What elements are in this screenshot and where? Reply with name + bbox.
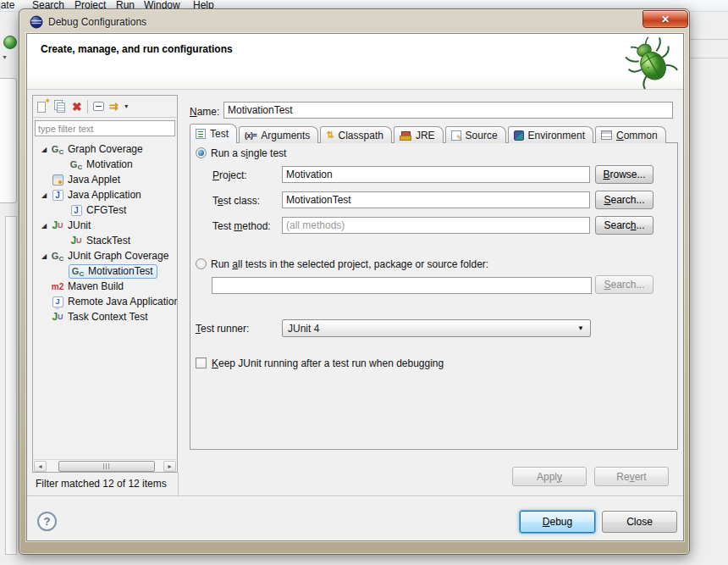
close-button[interactable]: Close [602,511,677,533]
filter-status-text: Filter matched 12 of 12 items [36,478,167,490]
filter-configurations-icon[interactable]: ⇉ [109,99,119,114]
name-input[interactable] [223,102,673,119]
dialog-titlebar[interactable]: Debug Configurations ✕ [19,9,689,35]
configuration-tree: ◢ GC Graph Coverage ◢ GC Motivation ◢ Ja… [33,138,177,459]
search-method-button[interactable]: Search... [595,216,654,235]
menu-item-navigate-partial[interactable]: gate [0,0,14,11]
filter-input[interactable] [35,120,175,136]
workbench-toolbar-icon [3,36,17,49]
tab-jre[interactable]: JRE [394,126,444,143]
dropdown-arrow-icon: ▼ [577,324,584,332]
selected-tree-item: GC MotivationTest [69,264,157,279]
run-all-tests-radio[interactable] [196,258,207,269]
tree-item-junit-graph-coverage[interactable]: ◢ GC JUnit Graph Coverage [33,248,177,263]
run-single-test-label: Run a single test [211,147,286,160]
tree-item-graph-coverage[interactable]: ◢ GC Graph Coverage [33,141,177,157]
test-method-label: Test method: [212,220,271,233]
remote-java-application-icon: J [50,296,65,307]
java-application-icon: J [69,205,84,216]
search-class-button[interactable]: Search... [595,191,654,209]
tree-item-maven-build[interactable]: ◢ m2 Maven Build [33,279,177,294]
collapse-all-icon[interactable] [93,99,104,114]
junit-icon: JU [50,219,65,231]
common-tab-icon [601,130,612,140]
duplicate-configuration-icon[interactable] [53,99,67,114]
close-window-icon[interactable]: ✕ [643,10,688,28]
tab-classpath[interactable]: ⇅ Classpath [320,126,392,143]
graph-coverage-icon: GC [69,159,84,169]
new-configuration-icon[interactable]: ✦ [36,99,48,114]
workbench-scrollbar-edge [5,216,17,555]
task-context-test-icon: JU [50,311,65,323]
tree-item-motivationtest-selected[interactable]: ◢ GC MotivationTest [33,263,177,279]
dialog-client-area: Create, manage, and run configurations [26,33,684,541]
graph-coverage-icon: GC [70,266,85,276]
content-footer-separator [27,496,683,496]
scrollbar-thumb[interactable] [58,461,155,472]
junit-icon: JU [69,235,84,246]
keep-junit-running-checkbox[interactable] [196,357,207,368]
test-tab-icon [196,129,206,139]
toolbar-menu-dropdown-icon[interactable]: ▼ [124,99,130,114]
apply-button[interactable]: Apply [512,467,587,486]
tree-item-java-application[interactable]: ◢ J Java Application [33,187,177,202]
delete-configuration-icon[interactable]: ✖ [72,99,82,114]
project-input[interactable] [282,166,590,183]
run-single-test-radio[interactable] [196,147,207,158]
configurations-toolbar: ✦ ✖ ⇉ ▼ [33,96,177,118]
test-method-input[interactable] [282,217,590,234]
help-button[interactable]: ? [37,512,57,531]
tree-item-cfgtest[interactable]: ◢ J CFGTest [33,202,177,218]
configurations-panel: ✦ ✖ ⇉ ▼ ◢ GC [32,95,178,473]
source-tab-icon [451,130,461,141]
java-applet-icon [50,174,65,186]
scroll-left-icon[interactable]: ◂ [34,461,47,472]
chevron-down-icon: ▼ [2,54,8,60]
tree-item-java-applet[interactable]: ◢ Java Applet [33,172,177,187]
scrollbar-track[interactable] [47,461,163,472]
tree-item-stacktest[interactable]: ◢ JU StackTest [33,233,177,248]
tab-test[interactable]: Test [190,124,237,143]
tree-item-motivation[interactable]: ◢ GC Motivation [33,157,177,172]
workbench-view-edge [0,78,17,203]
tree-horizontal-scrollbar[interactable]: ◂ ▸ [33,459,177,472]
project-label: Project: [212,169,247,182]
tab-source[interactable]: Source [445,126,506,143]
search-folder-button[interactable]: Search... [595,275,654,294]
tab-arguments[interactable]: (x)= Arguments [239,126,318,143]
tab-common[interactable]: Common [595,126,666,143]
browse-button[interactable]: Browse... [595,165,654,184]
tree-item-task-context-test[interactable]: ◢ JU Task Context Test [33,309,177,324]
all-tests-folder-input[interactable] [212,277,592,294]
eclipse-icon [30,15,43,29]
page-title: Create, manage, and run configurations [41,43,233,55]
maven-icon: m2 [50,282,65,291]
expanded-arrow-icon[interactable]: ◢ [38,146,50,153]
environment-tab-icon [514,130,524,141]
test-tab-content: Run a single test Project: Browse... Tes… [190,142,678,450]
toolbar-separator [87,100,88,114]
test-runner-value: JUnit 4 [288,323,319,335]
test-class-input[interactable] [282,191,590,208]
dialog-header-banner: Create, manage, and run configurations [27,34,683,90]
tree-item-junit[interactable]: ◢ JU JUnit [33,218,177,233]
expanded-arrow-icon[interactable]: ◢ [38,191,50,199]
revert-button[interactable]: Revert [594,467,669,486]
debug-configurations-dialog: Debug Configurations ✕ Create, manage, a… [19,8,690,555]
filter-field-wrap [33,118,177,138]
screen: gate Search Project Run Window Help ▼ De… [0,0,728,565]
jre-tab-icon [400,130,411,141]
keep-junit-running-label: Keep JUnit running after a test run when… [212,357,444,370]
classpath-tab-icon: ⇅ [326,130,334,141]
test-runner-dropdown[interactable]: JUnit 4 ▼ [282,319,591,337]
expanded-arrow-icon[interactable]: ◢ [38,252,50,260]
tab-environment[interactable]: Environment [508,126,593,143]
java-application-icon: J [50,190,65,201]
test-class-label: Test class: [212,195,260,208]
graph-coverage-icon: GC [50,144,65,154]
expanded-arrow-icon[interactable]: ◢ [38,222,50,230]
scroll-right-icon[interactable]: ▸ [163,461,176,472]
debug-button[interactable]: Debug [520,511,595,533]
tree-item-remote-java-application[interactable]: ◢ J Remote Java Application [33,294,177,309]
dialog-title: Debug Configurations [48,16,146,28]
